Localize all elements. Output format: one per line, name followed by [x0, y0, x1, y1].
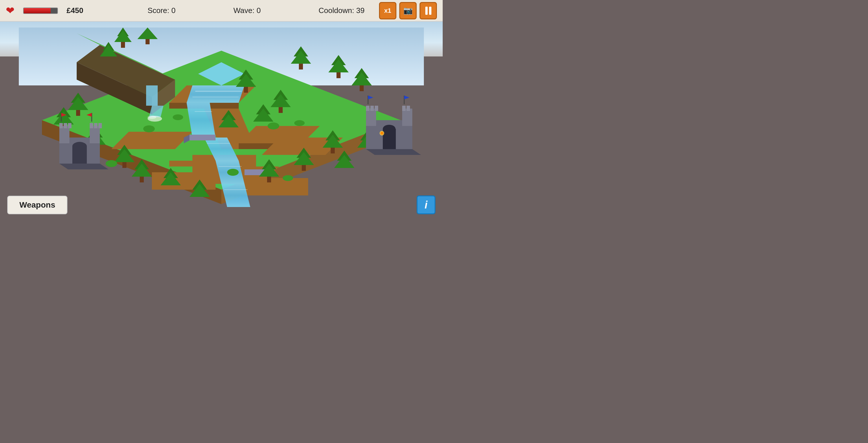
svg-point-139: [148, 116, 156, 119]
svg-marker-28: [189, 135, 216, 141]
svg-marker-14: [152, 172, 216, 190]
svg-marker-15: [245, 178, 308, 196]
svg-rect-63: [279, 107, 283, 113]
svg-marker-130: [368, 95, 373, 99]
svg-rect-45: [299, 64, 303, 69]
svg-point-96: [143, 125, 155, 132]
svg-rect-108: [68, 123, 71, 128]
svg-marker-118: [59, 164, 108, 169]
svg-rect-104: [59, 126, 69, 143]
cooldown-display: Cooldown: 39: [318, 6, 365, 15]
iso-map[interactable]: [19, 28, 424, 213]
svg-rect-73: [140, 177, 144, 182]
camera-icon: 📷: [403, 6, 412, 15]
svg-rect-83: [302, 165, 306, 171]
health-bar-fill: [24, 8, 51, 13]
svg-rect-107: [64, 123, 67, 128]
svg-point-134: [380, 132, 383, 135]
health-bar-container: [23, 7, 58, 14]
svg-rect-106: [59, 123, 63, 128]
svg-rect-37: [121, 42, 125, 48]
svg-point-102: [283, 175, 293, 181]
svg-rect-123: [370, 106, 374, 111]
svg-rect-48: [337, 72, 341, 78]
weapons-button[interactable]: Weapons: [7, 196, 67, 214]
score-display: Score: 0: [148, 6, 176, 15]
svg-marker-132: [404, 95, 409, 99]
svg-rect-80: [267, 177, 271, 182]
pause-icon: [425, 7, 431, 15]
speed-button[interactable]: x1: [379, 2, 396, 20]
info-button[interactable]: i: [416, 196, 435, 214]
svg-rect-60: [244, 87, 248, 93]
svg-point-97: [173, 114, 183, 120]
heart-icon: ❤: [6, 5, 14, 17]
camera-button[interactable]: 📷: [399, 2, 416, 20]
hud-bar: ❤ £450 Score: 0 Wave: 0 Cooldown: 39 x1 …: [0, 0, 443, 22]
svg-point-113: [72, 142, 87, 151]
svg-rect-124: [375, 106, 378, 111]
svg-marker-136: [146, 85, 158, 106]
svg-marker-17: [187, 85, 245, 103]
svg-point-128: [383, 125, 396, 133]
svg-rect-111: [98, 123, 102, 128]
pause-button[interactable]: [420, 2, 437, 20]
svg-rect-121: [402, 109, 412, 126]
hud-buttons: x1 📷: [379, 2, 437, 20]
svg-rect-40: [146, 39, 150, 44]
game-area: Weapons i: [0, 22, 443, 222]
svg-rect-122: [366, 106, 370, 111]
svg-rect-70: [122, 162, 126, 168]
svg-point-98: [268, 122, 279, 129]
svg-rect-120: [366, 109, 376, 126]
svg-rect-125: [402, 106, 406, 111]
svg-rect-105: [90, 126, 100, 143]
svg-point-99: [294, 120, 305, 126]
svg-point-101: [227, 169, 239, 176]
svg-rect-51: [360, 85, 364, 91]
svg-rect-109: [90, 123, 93, 128]
svg-marker-135: [366, 149, 421, 155]
svg-rect-110: [94, 123, 97, 128]
money-display: £450: [66, 6, 90, 15]
svg-rect-126: [406, 106, 410, 111]
wave-display: Wave: 0: [234, 6, 261, 15]
svg-rect-86: [331, 148, 335, 153]
svg-rect-54: [76, 110, 80, 116]
svg-point-100: [105, 160, 117, 167]
